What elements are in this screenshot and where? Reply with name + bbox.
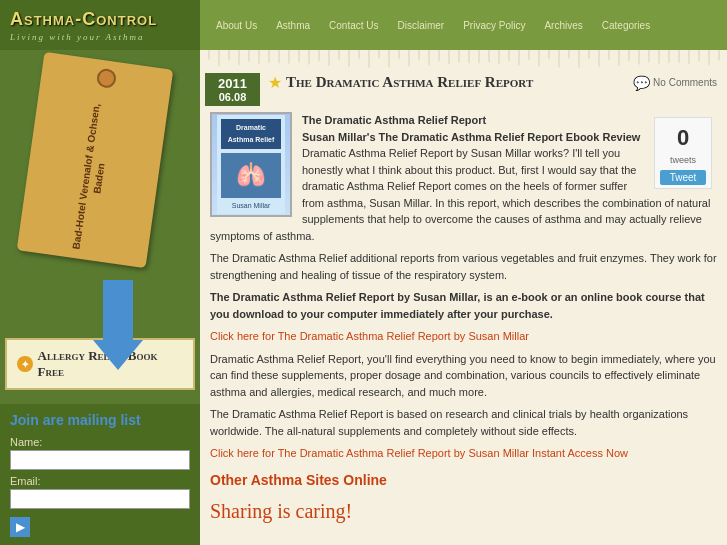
article-image-inner: Dramatic Asthma Relief 🫁 Susan Millar (217, 115, 285, 214)
name-input[interactable] (10, 450, 190, 470)
article-subtitle: The Dramatic Asthma Relief Report (302, 114, 486, 126)
join-title: Join are mailing list (10, 412, 190, 428)
main-layout: Bad-Hotel Verenalof & Ochsen, Baden ✦ Al… (0, 50, 727, 545)
tag-text: Bad-Hotel Verenalof & Ochsen, Baden (68, 94, 117, 261)
nav-item-categories[interactable]: Categories (594, 17, 658, 34)
date-year: 2011 (210, 76, 255, 91)
star-icon: ★ (268, 73, 282, 92)
tweet-label: tweets (660, 154, 706, 168)
sidebar: Bad-Hotel Verenalof & Ochsen, Baden ✦ Al… (0, 50, 200, 545)
full-header: Asthma-Control Living with your Asthma A… (0, 0, 727, 50)
tag-decoration: Bad-Hotel Verenalof & Ochsen, Baden (17, 52, 174, 268)
nav-item-disclaimer[interactable]: Disclaimer (390, 17, 453, 34)
nav-item-archives[interactable]: Archives (536, 17, 590, 34)
other-sites-title: Other Asthma Sites Online (210, 470, 717, 491)
site-subtitle: Living with your Asthma (10, 32, 190, 42)
date-badge: 2011 06.08 (205, 73, 260, 106)
nav-bar: About UsAsthmaContact UsDisclaimerPrivac… (200, 0, 727, 50)
site-title: Asthma-Control (10, 9, 190, 30)
article-link2[interactable]: Click here for The Dramatic Asthma Relie… (210, 447, 628, 459)
date-monthday: 06.08 (210, 91, 255, 103)
arrow-down-icon (55, 280, 180, 370)
article-image: Dramatic Asthma Relief 🫁 Susan Millar (210, 112, 292, 217)
content-area: 2011 06.08 ★ The Dramatic Asthma Relief … (200, 50, 727, 545)
image-title: Dramatic Asthma Relief (228, 124, 275, 143)
nav-item-privacy-policy[interactable]: Privacy Policy (455, 17, 533, 34)
name-label: Name: (10, 436, 190, 448)
allergy-icon: ✦ (17, 356, 33, 372)
sharing-text: Sharing is caring! (210, 496, 717, 526)
comment-icon: 💬 (633, 75, 650, 91)
article-body3: The Dramatic Asthma Relief Report by Sus… (210, 291, 705, 320)
email-label: Email: (10, 475, 190, 487)
article-body4: Dramatic Asthma Relief Report, you'll fi… (210, 351, 717, 401)
author-intro: Susan Millar's The Dramatic Asthma Relie… (302, 131, 640, 143)
article-title: The Dramatic Asthma Relief Report (286, 74, 633, 91)
nav-item-asthma[interactable]: Asthma (268, 17, 318, 34)
tweet-count: 0 (660, 121, 706, 154)
torn-top-decoration (200, 50, 727, 68)
tweet-box: 0 tweets Tweet (654, 117, 712, 189)
email-input[interactable] (10, 489, 190, 509)
nav-item-about-us[interactable]: About Us (208, 17, 265, 34)
tweet-button[interactable]: Tweet (660, 170, 706, 185)
nav-item-contact-us[interactable]: Contact Us (321, 17, 386, 34)
article-body5: The Dramatic Asthma Relief Report is bas… (210, 406, 717, 439)
join-section: Join are mailing list Name: Email: ▶ (0, 404, 200, 545)
no-comments: 💬 No Comments (633, 75, 717, 91)
header-left: Asthma-Control Living with your Asthma (0, 0, 200, 50)
submit-button[interactable]: ▶ (10, 517, 30, 537)
article-content: 0 tweets Tweet Dramatic Asthma Relief 🫁 … (200, 106, 727, 532)
article-body2: The Dramatic Asthma Relief additional re… (210, 250, 717, 283)
article-link1[interactable]: Click here for The Dramatic Asthma Relie… (210, 330, 529, 342)
